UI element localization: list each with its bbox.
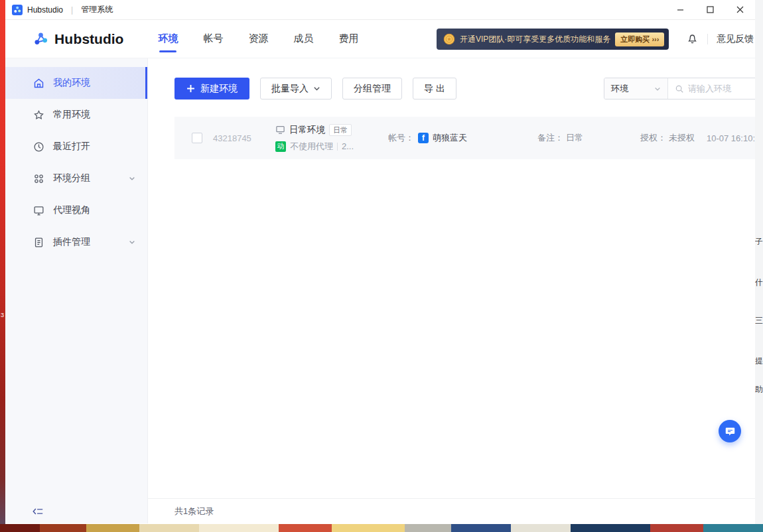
customer-service-button[interactable]: [719, 420, 741, 442]
tab-members[interactable]: 成员: [293, 20, 313, 58]
record-count: 共1条记录: [174, 505, 214, 517]
proxy-extra-text: 2...: [342, 141, 354, 151]
chevron-down-icon: [313, 85, 320, 92]
document-icon: [33, 237, 44, 248]
titlebar-app-name: Hubstudio: [27, 5, 63, 15]
env-name[interactable]: 日常环境: [289, 124, 325, 136]
sidebar-item-label: 我的环境: [53, 77, 90, 89]
sidebar-item-proxy-view[interactable]: 代理视角: [5, 194, 147, 226]
new-environment-button[interactable]: 新建环境: [174, 78, 249, 100]
notification-bell-icon[interactable]: [686, 33, 699, 45]
environment-table-row[interactable]: 43218745 日常环境 日常 动 不使用代理 2...: [174, 117, 755, 159]
account-name: 萌狼蓝天: [433, 132, 467, 144]
logo-text-hub: Hub: [54, 31, 82, 47]
search-input[interactable]: [688, 84, 752, 94]
main-nav: 环境 帐号 资源 成员 费用: [158, 20, 358, 58]
tab-label: 费用: [338, 33, 358, 45]
authorization-cell: 授权： 未授权: [640, 132, 707, 144]
coin-icon: [443, 33, 455, 45]
export-button[interactable]: 导 出: [413, 78, 456, 100]
group-management-button[interactable]: 分组管理: [342, 78, 402, 100]
sidebar-item-environment-groups[interactable]: 环境分组: [5, 163, 147, 194]
table-footer: 共1条记录: [148, 498, 755, 523]
header: Hubstudio 环境 帐号 资源 成员 费用 开通VIP团队·即可享受更多优…: [5, 20, 755, 58]
desktop-icon-label: 三: [755, 316, 763, 324]
authorization-value: 未授权: [669, 132, 695, 144]
chat-bubble-icon: [725, 426, 736, 437]
titlebar-page-name: 管理系统: [81, 4, 113, 15]
header-right: 意见反馈: [686, 20, 755, 58]
tab-environment[interactable]: 环境: [158, 20, 178, 58]
facebook-icon: f: [418, 133, 429, 143]
sidebar-item-label: 插件管理: [53, 236, 90, 248]
hubstudio-logo-icon: [32, 30, 50, 48]
clock-icon: [33, 141, 44, 153]
batch-import-label: 批量导入: [271, 83, 309, 95]
collapse-sidebar-icon[interactable]: [32, 506, 44, 517]
chevron-down-icon: [654, 86, 661, 92]
tab-label: 帐号: [203, 33, 223, 45]
desktop-right-strip: 子 什 三 提 助: [755, 0, 763, 532]
main-content: 新建环境 批量导入 分组管理 导 出 环境: [148, 58, 755, 523]
open-time: 10-07 16:10:32: [707, 133, 755, 143]
desktop-taskbar-strip: [0, 524, 763, 532]
proxy-dynamic-badge: 动: [275, 141, 286, 152]
vip-banner[interactable]: 开通VIP团队·即可享受更多优质功能和服务 立即购买 ›››: [437, 29, 669, 50]
search-type-select[interactable]: 环境: [604, 78, 668, 99]
new-environment-label: 新建环境: [200, 83, 238, 95]
titlebar-divider: |: [71, 5, 73, 15]
toolbar: 新建环境 批量导入 分组管理 导 出 环境: [148, 58, 755, 100]
sidebar-item-recently-opened[interactable]: 最近打开: [5, 131, 147, 163]
authorization-label: 授权：: [640, 132, 666, 144]
vip-banner-text: 开通VIP团队·即可享受更多优质功能和服务: [460, 34, 610, 45]
proxy-type-text: 不使用代理: [290, 141, 333, 153]
hubstudio-logo: Hubstudio: [32, 30, 123, 48]
search-box: [668, 78, 755, 99]
account-cell: 帐号： f 萌狼蓝天: [388, 132, 537, 144]
env-id: 43218745: [213, 133, 275, 143]
logo-text-studio: studio: [82, 31, 123, 47]
home-icon: [33, 78, 44, 89]
group-management-label: 分组管理: [354, 83, 391, 95]
star-icon: [33, 109, 44, 121]
tab-resources[interactable]: 资源: [248, 20, 268, 58]
account-label: 帐号：: [388, 132, 414, 144]
export-label: 导 出: [424, 83, 445, 95]
tab-label: 成员: [293, 33, 313, 45]
note-value: 日常: [566, 132, 583, 144]
sidebar-item-my-environments[interactable]: 我的环境: [5, 67, 147, 99]
tab-accounts[interactable]: 帐号: [203, 20, 223, 58]
sidebar-item-label: 最近打开: [53, 141, 90, 153]
desktop-icon-label: 子: [755, 237, 763, 245]
sidebar-item-label: 环境分组: [53, 172, 90, 184]
desktop-icon-label: 什: [755, 279, 763, 287]
chevron-down-icon: [129, 175, 135, 182]
note-cell: 备注： 日常: [537, 132, 640, 144]
desktop-left-badge: 3: [1, 312, 4, 318]
vip-buy-button[interactable]: 立即购买 ›››: [615, 33, 664, 46]
desktop-icon-label: 提: [755, 357, 763, 365]
tab-billing[interactable]: 费用: [338, 20, 358, 58]
batch-import-button[interactable]: 批量导入: [260, 78, 332, 100]
tab-label: 资源: [248, 33, 268, 45]
desktop-left-strip: 3: [0, 0, 5, 532]
plus-icon: [186, 84, 195, 93]
tab-label: 环境: [158, 33, 178, 45]
row-checkbox[interactable]: [192, 133, 202, 143]
sidebar-item-label: 常用环境: [53, 109, 90, 121]
feedback-link[interactable]: 意见反馈: [717, 33, 754, 45]
env-group-tag: 日常: [329, 124, 352, 136]
header-divider: [707, 34, 708, 44]
close-button[interactable]: [725, 0, 755, 19]
titlebar: Hubstudio | 管理系统: [5, 0, 755, 20]
app-icon: [12, 5, 23, 15]
grid-icon: [33, 173, 44, 184]
env-monitor-icon: [275, 125, 285, 135]
minimize-button[interactable]: [665, 0, 695, 19]
note-label: 备注：: [537, 132, 563, 144]
maximize-button[interactable]: [695, 0, 725, 19]
sidebar-item-plugin-management[interactable]: 插件管理: [5, 226, 147, 258]
sidebar-item-label: 代理视角: [53, 204, 90, 216]
env-name-cell: 日常环境 日常 动 不使用代理 2...: [275, 124, 388, 153]
sidebar-item-favorite-environments[interactable]: 常用环境: [5, 99, 147, 131]
